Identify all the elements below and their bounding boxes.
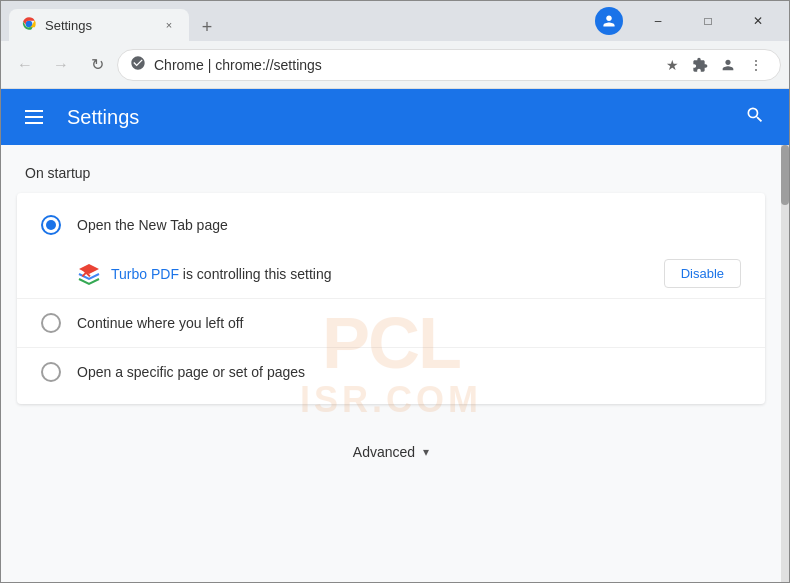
option-new-tab[interactable]: Open the New Tab page — [17, 201, 765, 249]
svg-text:✕: ✕ — [80, 265, 92, 281]
extension-name: Turbo PDF — [111, 266, 179, 282]
option-continue-label: Continue where you left off — [77, 315, 741, 331]
radio-new-tab-inner — [46, 220, 56, 230]
address-right-icons: ★ ⋮ — [660, 53, 768, 77]
settings-search-button[interactable] — [737, 97, 773, 138]
advanced-arrow-icon: ▾ — [423, 445, 429, 459]
main-content: PCL ISR.COM On startup Open the New Tab … — [1, 145, 781, 582]
extension-control-text: Turbo PDF is controlling this setting — [111, 266, 654, 282]
settings-header: Settings — [1, 89, 789, 145]
hamburger-menu-button[interactable] — [17, 102, 51, 132]
nav-bar: ← → ↻ Chrome | chrome://settings ★ ⋮ — [1, 41, 789, 89]
extensions-icon[interactable] — [688, 53, 712, 77]
settings-tab[interactable]: Settings × — [9, 9, 189, 41]
profile-button[interactable] — [595, 7, 623, 35]
maximize-button[interactable]: □ — [685, 1, 731, 41]
advanced-label: Advanced — [353, 444, 415, 460]
minimize-button[interactable]: – — [635, 1, 681, 41]
address-bar[interactable]: Chrome | chrome://settings ★ ⋮ — [117, 49, 781, 81]
radio-new-tab[interactable] — [41, 215, 61, 235]
address-url: chrome://settings — [215, 57, 322, 73]
browser-window: Settings × + – □ ✕ ← → ↻ Chrome | chrome… — [0, 0, 790, 583]
new-tab-button[interactable]: + — [193, 13, 221, 41]
extension-control-message: is controlling this setting — [179, 266, 332, 282]
radio-continue[interactable] — [41, 313, 61, 333]
bookmark-icon[interactable]: ★ — [660, 53, 684, 77]
startup-options-card: Open the New Tab page ✕ Turbo P — [17, 193, 765, 404]
option-specific-page-label: Open a specific page or set of pages — [77, 364, 741, 380]
scrollbar[interactable] — [781, 145, 789, 582]
settings-page-title: Settings — [67, 106, 721, 129]
refresh-button[interactable]: ↻ — [81, 49, 113, 81]
radio-specific-page[interactable] — [41, 362, 61, 382]
option-continue[interactable]: Continue where you left off — [17, 299, 765, 347]
forward-button[interactable]: → — [45, 49, 77, 81]
profile-nav-icon[interactable] — [716, 53, 740, 77]
more-menu-icon[interactable]: ⋮ — [744, 53, 768, 77]
turbopdf-icon: ✕ — [77, 262, 101, 286]
on-startup-section-title: On startup — [1, 145, 781, 193]
back-button[interactable]: ← — [9, 49, 41, 81]
address-text: Chrome | chrome://settings — [154, 57, 652, 73]
hamburger-line-3 — [25, 122, 43, 124]
title-bar-right: – □ ✕ — [595, 1, 781, 41]
hamburger-line-2 — [25, 116, 43, 118]
title-bar: Settings × + – □ ✕ — [1, 1, 789, 41]
tab-favicon — [21, 16, 37, 35]
tab-close-button[interactable]: × — [161, 17, 177, 33]
address-favicon — [130, 55, 146, 74]
extension-control-row: ✕ Turbo PDF is controlling this setting … — [17, 249, 765, 298]
close-button[interactable]: ✕ — [735, 1, 781, 41]
hamburger-line-1 — [25, 110, 43, 112]
option-new-tab-label: Open the New Tab page — [77, 217, 741, 233]
tab-title: Settings — [45, 18, 153, 33]
tab-area: Settings × + — [9, 1, 595, 41]
address-scheme: Chrome — [154, 57, 204, 73]
option-specific-page[interactable]: Open a specific page or set of pages — [17, 348, 765, 396]
disable-extension-button[interactable]: Disable — [664, 259, 741, 288]
scrollbar-thumb[interactable] — [781, 145, 789, 205]
content-area: PCL ISR.COM On startup Open the New Tab … — [1, 145, 789, 582]
advanced-section[interactable]: Advanced ▾ — [1, 420, 781, 484]
